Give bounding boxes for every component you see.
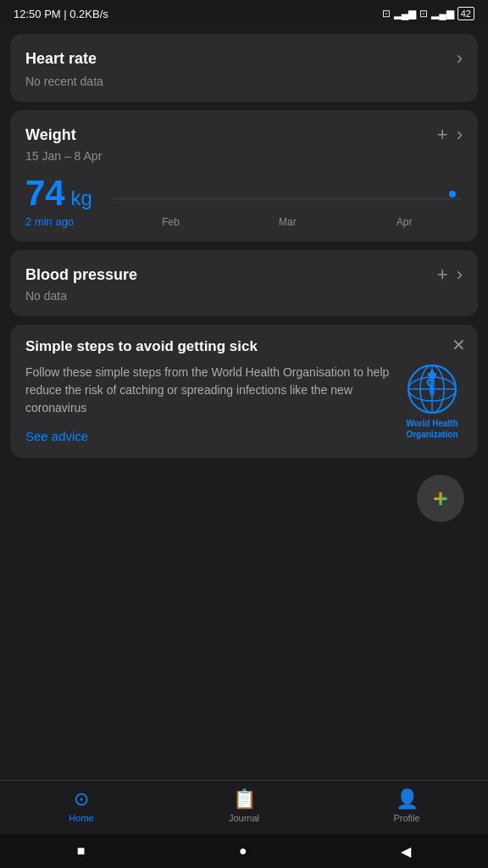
blood-pressure-header: Blood pressure + ›	[25, 264, 463, 286]
who-logo-icon	[407, 364, 458, 415]
who-text-area: Follow these simple steps from the World…	[25, 364, 391, 444]
profile-label: Profile	[393, 813, 419, 823]
sim2-icon: ⊡	[419, 8, 428, 19]
weight-expand-button[interactable]: ›	[457, 124, 463, 146]
nav-home[interactable]: ⊙ Home	[0, 788, 163, 823]
who-card-inner: Follow these simple steps from the World…	[25, 364, 463, 444]
weight-time-ago: 2 min ago	[25, 215, 92, 228]
blood-pressure-actions: + ›	[437, 264, 463, 286]
weight-add-button[interactable]: +	[437, 124, 448, 146]
blood-pressure-no-data: No data	[25, 289, 463, 303]
signal2-icon: ▂▄▆	[431, 8, 454, 19]
bottom-navigation: ⊙ Home 📋 Journal 👤 Profile	[0, 780, 488, 834]
heart-rate-no-data: No recent data	[25, 75, 463, 88]
status-icons: ⊡ ▂▄▆ ⊡ ▂▄▆ 42	[382, 7, 474, 20]
heart-rate-title: Heart rate	[25, 50, 97, 68]
back-icon: ◀	[401, 844, 411, 859]
weight-value: 74 kg	[25, 173, 92, 214]
heart-rate-actions: ›	[457, 47, 463, 70]
who-logo-label: World Health Organization	[406, 418, 458, 440]
chart-data-dot	[449, 191, 456, 198]
blood-pressure-title: Blood pressure	[25, 266, 137, 284]
weight-header: Weight + ›	[25, 124, 463, 146]
weight-date-range: 15 Jan – 8 Apr	[25, 149, 463, 163]
fab-plus-icon: +	[433, 484, 448, 513]
android-recent-button[interactable]: ■	[60, 838, 103, 864]
weight-card: Weight + › 15 Jan – 8 Apr 74 kg 2 min ag…	[10, 110, 478, 242]
nav-journal[interactable]: 📋 Journal	[163, 788, 325, 823]
android-home-button[interactable]: ●	[222, 838, 264, 864]
sim1-icon: ⊡	[382, 8, 391, 19]
chart-baseline	[113, 198, 463, 199]
main-scroll-area: Heart rate › No recent data Weight + › 1…	[0, 27, 488, 780]
home-icon: ⊙	[74, 788, 89, 810]
blood-pressure-expand-button[interactable]: ›	[457, 264, 463, 286]
android-home-icon: ●	[239, 843, 247, 858]
status-time-data: 12:50 PM | 0.2KB/s	[14, 8, 108, 20]
who-advisory-card: ✕ Simple steps to avoid getting sick Fol…	[10, 325, 478, 458]
heart-rate-header: Heart rate ›	[25, 47, 463, 70]
journal-icon: 📋	[233, 788, 256, 810]
heart-rate-expand-button[interactable]: ›	[457, 47, 463, 70]
signal1-icon: ▂▄▆	[394, 8, 417, 19]
who-logo-area: World Health Organization	[402, 364, 463, 440]
add-fab-button[interactable]: +	[417, 475, 464, 522]
weight-title: Weight	[25, 126, 76, 144]
fab-area: +	[10, 466, 478, 526]
android-back-button[interactable]: ◀	[384, 838, 428, 865]
see-advice-button[interactable]: See advice	[25, 429, 88, 443]
chart-labels: Feb Mar Apr	[113, 216, 463, 228]
who-card-title: Simple steps to avoid getting sick	[25, 338, 463, 355]
blood-pressure-card: Blood pressure + › No data	[10, 250, 478, 316]
nav-profile[interactable]: 👤 Profile	[325, 788, 488, 823]
home-label: Home	[69, 813, 93, 823]
heart-rate-card: Heart rate › No recent data	[10, 34, 478, 102]
battery-icon: 42	[458, 7, 474, 20]
weight-chart	[113, 182, 463, 216]
status-bar: 12:50 PM | 0.2KB/s ⊡ ▂▄▆ ⊡ ▂▄▆ 42	[0, 0, 488, 27]
profile-icon: 👤	[396, 788, 419, 810]
chart-label-apr: Apr	[346, 216, 463, 228]
android-navigation-bar: ■ ● ◀	[0, 834, 488, 868]
weight-actions: + ›	[437, 124, 463, 146]
who-card-body: Follow these simple steps from the World…	[25, 364, 391, 417]
svg-rect-7	[428, 373, 436, 376]
chart-label-mar: Mar	[230, 216, 347, 228]
who-close-button[interactable]: ✕	[452, 335, 466, 355]
blood-pressure-add-button[interactable]: +	[437, 264, 448, 286]
journal-label: Journal	[229, 813, 259, 823]
chart-label-feb: Feb	[113, 216, 230, 228]
recent-apps-icon: ■	[77, 843, 86, 858]
